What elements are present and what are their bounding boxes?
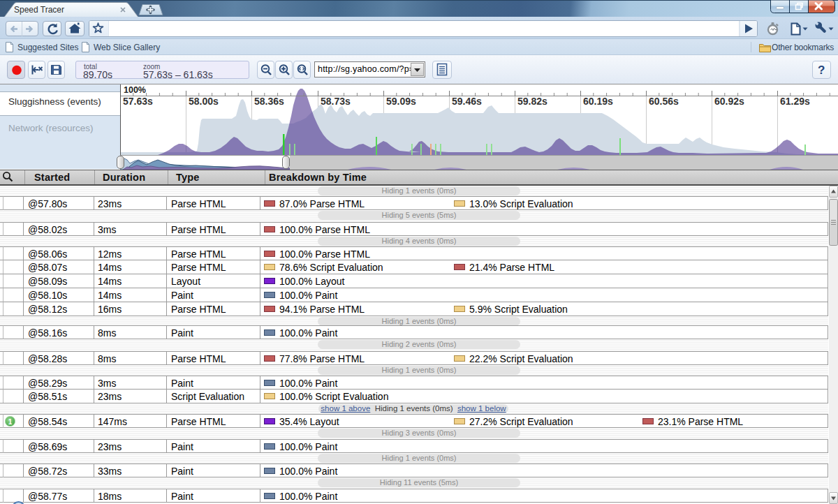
svg-text:60.92s: 60.92s (714, 96, 744, 107)
svg-text:58.73s: 58.73s (321, 96, 351, 107)
svg-text:58.00s: 58.00s (189, 96, 219, 107)
svg-text:60.19s: 60.19s (583, 96, 613, 107)
svg-text:58.36s: 58.36s (254, 96, 284, 107)
svg-text:61.29s: 61.29s (780, 96, 810, 107)
svg-text:100%: 100% (124, 85, 146, 95)
svg-text:59.82s: 59.82s (517, 96, 547, 107)
svg-text:59.46s: 59.46s (452, 96, 482, 107)
svg-text:?: ? (818, 64, 825, 77)
svg-text:59.09s: 59.09s (386, 96, 416, 107)
svg-text:60.56s: 60.56s (649, 96, 679, 107)
svg-text:57.63s: 57.63s (123, 96, 153, 107)
